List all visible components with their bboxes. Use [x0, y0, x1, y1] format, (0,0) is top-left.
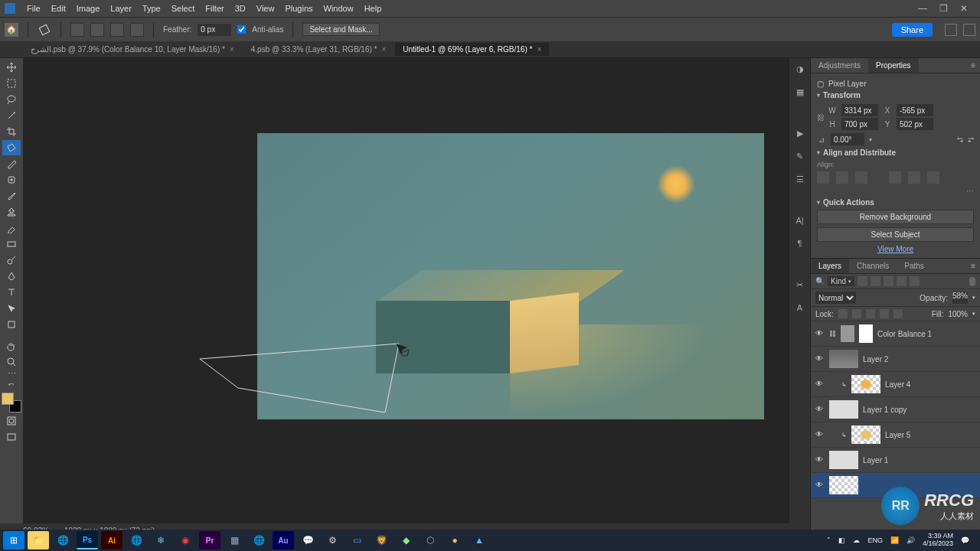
filter-pixel-icon[interactable]	[858, 276, 867, 286]
lasso-tool[interactable]	[2, 92, 21, 107]
share-button[interactable]: Share	[892, 23, 933, 37]
quick-mask-icon[interactable]	[2, 413, 21, 429]
color-swatches[interactable]	[2, 393, 21, 412]
tray-expand-icon[interactable]: ˄	[827, 536, 831, 544]
libraries-panel-icon[interactable]: ☰	[792, 171, 808, 187]
menu-image[interactable]: Image	[71, 4, 106, 13]
screen-mode-icon[interactable]	[2, 429, 21, 445]
feather-input[interactable]	[198, 24, 231, 36]
lock-nest-icon[interactable]	[880, 309, 889, 318]
visibility-icon[interactable]: 👁	[815, 354, 825, 364]
app-icon-7[interactable]: ▲	[469, 531, 490, 549]
filter-smart-icon[interactable]	[910, 276, 920, 286]
document-tab-active[interactable]: Untitled-1 @ 69% (Layer 6, RGB/16) *×	[395, 43, 549, 56]
tray-lang[interactable]: ENG	[867, 536, 883, 544]
view-more-link[interactable]: View More	[817, 245, 974, 253]
menu-help[interactable]: Help	[359, 4, 387, 13]
menu-view[interactable]: View	[251, 4, 280, 13]
document-tab[interactable]: 4.psb @ 33.3% (Layer 31, RGB/16) *×	[243, 43, 394, 56]
layer-item-selected[interactable]: 👁	[811, 473, 980, 498]
dodge-tool[interactable]	[2, 253, 21, 268]
lock-image-icon[interactable]	[852, 309, 861, 318]
opacity-value[interactable]: 58%	[952, 292, 968, 304]
filter-type-icon[interactable]	[884, 276, 893, 286]
selection-intersect-icon[interactable]	[130, 23, 144, 37]
blend-mode-select[interactable]: Normal	[815, 292, 856, 304]
window-restore-icon[interactable]: ❐	[939, 3, 948, 14]
layer-name[interactable]: Layer 1 copy	[863, 406, 906, 414]
calculator-icon[interactable]: ▦	[224, 531, 245, 549]
menu-select[interactable]: Select	[166, 4, 201, 13]
y-input[interactable]	[897, 118, 933, 130]
start-button[interactable]: ⊞	[3, 531, 24, 549]
character-panel-icon[interactable]: A|	[792, 213, 808, 228]
glyphs-panel-icon[interactable]: A	[792, 300, 808, 315]
layer-item[interactable]: 👁Layer 2	[811, 347, 980, 372]
menu-filter[interactable]: Filter	[200, 4, 229, 13]
close-icon[interactable]: ×	[230, 45, 234, 54]
transform-header[interactable]: Transform	[823, 91, 861, 99]
visibility-icon[interactable]: 👁	[815, 405, 825, 414]
layer-item[interactable]: 👁Layer 1	[811, 448, 980, 473]
close-icon[interactable]: ×	[381, 45, 386, 54]
layer-name[interactable]: Layer 2	[863, 355, 888, 364]
quick-actions-header[interactable]: Quick Actions	[823, 198, 874, 207]
select-subject-button[interactable]: Select Subject	[817, 227, 974, 242]
workspace-icon[interactable]	[963, 24, 975, 36]
window-minimize-icon[interactable]: —	[918, 3, 927, 14]
align-hcenter-icon[interactable]	[836, 171, 848, 184]
tray-notifications-icon[interactable]: 💬	[961, 536, 969, 544]
tray-app-icon[interactable]: ◧	[838, 536, 845, 544]
menu-layer[interactable]: Layer	[105, 4, 137, 13]
clone-stamp-tool[interactable]	[2, 204, 21, 220]
menu-edit[interactable]: Edit	[46, 4, 71, 13]
angle-input[interactable]	[831, 133, 864, 145]
swatches-panel-icon[interactable]: ▦	[792, 84, 808, 99]
path-select-tool[interactable]	[2, 301, 21, 316]
flip-v-icon[interactable]: ⥂	[968, 135, 974, 144]
layer-thumb[interactable]	[829, 400, 858, 419]
chrome-canary-icon[interactable]: 🌐	[126, 531, 147, 549]
layer-thumb[interactable]	[829, 350, 858, 368]
magic-wand-tool[interactable]	[2, 108, 21, 123]
fill-value[interactable]: 100%	[948, 310, 968, 318]
menu-window[interactable]: Window	[318, 4, 359, 13]
audition-icon[interactable]: Au	[273, 531, 294, 549]
layer-name[interactable]: Color Balance 1	[877, 330, 932, 338]
lock-trans-icon[interactable]	[838, 309, 848, 318]
gradient-tool[interactable]	[2, 236, 21, 252]
shape-tool[interactable]	[2, 317, 21, 332]
layer-name[interactable]: Layer 5	[885, 431, 910, 439]
app-icon-2[interactable]: ◉	[175, 531, 196, 549]
layer-item[interactable]: 👁Layer 1 copy	[811, 397, 980, 422]
hand-tool[interactable]	[2, 338, 21, 354]
filter-shape-icon[interactable]	[897, 276, 906, 286]
layer-mask-thumb[interactable]	[859, 324, 873, 343]
color-panel-icon[interactable]: ◑	[792, 61, 808, 77]
eyedropper-tool[interactable]	[2, 156, 21, 171]
height-input[interactable]	[841, 118, 878, 130]
selection-new-icon[interactable]	[70, 23, 84, 37]
paragraph-panel-icon[interactable]: ¶	[792, 236, 808, 251]
filter-toggle[interactable]	[969, 277, 975, 286]
select-and-mask-button[interactable]: Select and Mask...	[302, 23, 379, 36]
search-icon[interactable]	[945, 24, 957, 36]
tray-cloud-icon[interactable]: ☁	[853, 536, 860, 544]
type-tool[interactable]	[2, 285, 21, 300]
menu-file[interactable]: File	[21, 4, 46, 13]
marquee-tool[interactable]	[2, 76, 21, 91]
lock-pos-icon[interactable]	[866, 309, 875, 318]
illustrator-icon[interactable]: Ai	[101, 531, 122, 549]
layer-thumb[interactable]	[829, 476, 858, 494]
healing-brush-tool[interactable]	[2, 172, 21, 187]
photoshop-icon[interactable]: Ps	[77, 531, 98, 549]
app-icon-6[interactable]: ●	[444, 531, 466, 549]
zoom-tool[interactable]	[2, 354, 21, 370]
crop-tool[interactable]	[2, 124, 21, 139]
layer-item[interactable]: 👁⛓Color Balance 1	[811, 321, 980, 347]
align-header[interactable]: Align and Distribute	[823, 148, 896, 157]
discord-icon[interactable]: 💬	[297, 531, 318, 549]
explorer-icon[interactable]: 📁	[28, 531, 49, 549]
layer-item[interactable]: 👁↳Layer 5	[811, 422, 980, 448]
menu-type[interactable]: Type	[137, 4, 166, 13]
